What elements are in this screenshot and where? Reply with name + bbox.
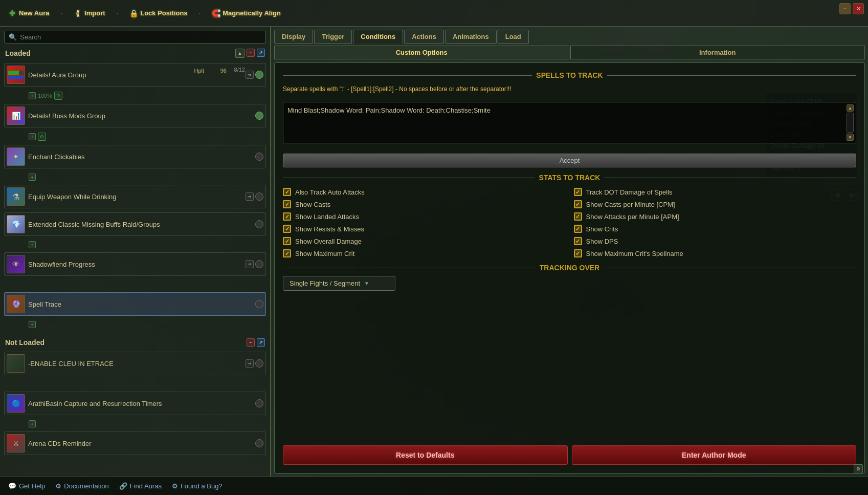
aura-copy-btn[interactable]: ⇒ bbox=[246, 71, 254, 79]
magnetically-align-button[interactable]: 🧲 Magnetically Align bbox=[209, 8, 284, 19]
scroll-track[interactable] bbox=[847, 113, 854, 133]
stat-dps[interactable]: Show DPS bbox=[574, 237, 857, 245]
stat-label: Also Track Auto Attacks bbox=[295, 188, 365, 196]
spell-textarea[interactable] bbox=[287, 106, 795, 137]
stat-overall[interactable]: Show Overall Damage bbox=[283, 237, 566, 245]
stat-show-casts[interactable]: Show Casts bbox=[283, 200, 566, 208]
add-child-btn[interactable]: + bbox=[29, 420, 36, 427]
aura-copy-btn[interactable]: ⇒ bbox=[246, 359, 254, 368]
checkbox-track-dot[interactable] bbox=[574, 188, 582, 196]
aura-toggle[interactable] bbox=[255, 71, 263, 79]
enter-author-mode-button[interactable]: Enter Author Mode bbox=[572, 445, 857, 465]
list-item[interactable]: 👁 Shadowfiend Progress ⇒ bbox=[4, 252, 266, 276]
loaded-scroll-up[interactable]: ▲ bbox=[235, 49, 244, 58]
checkbox-max-crit-spell[interactable] bbox=[574, 249, 582, 257]
aura-toggle[interactable] bbox=[255, 220, 263, 228]
checkbox-casts-pm[interactable] bbox=[574, 200, 582, 208]
add-child-btn[interactable]: + bbox=[29, 92, 36, 99]
checkbox-resists[interactable] bbox=[283, 225, 291, 233]
tab-display[interactable]: Display bbox=[274, 30, 313, 44]
stat-max-crit[interactable]: Show Maximum Crit bbox=[283, 249, 566, 257]
stat-track-dot[interactable]: Track DOT Damage of Spells bbox=[574, 188, 857, 196]
scroll-to-bottom[interactable]: ⚙ bbox=[854, 464, 863, 474]
tab-animations[interactable]: Animations bbox=[445, 30, 497, 44]
aura-toggle[interactable] bbox=[255, 192, 263, 201]
stat-crits[interactable]: Show Crits bbox=[574, 225, 857, 233]
loaded-maximize[interactable]: ↗ bbox=[257, 49, 265, 57]
tab-information[interactable]: Information bbox=[570, 46, 865, 59]
checkbox-crits[interactable] bbox=[574, 225, 582, 233]
reset-defaults-button[interactable]: Reset to Defaults bbox=[283, 445, 568, 465]
stat-label: Track DOT Damage of Spells bbox=[586, 188, 673, 196]
lock-positions-button[interactable]: 🔒 Lock Positions bbox=[126, 8, 190, 19]
aura-copy-btn[interactable]: ⇒ bbox=[246, 260, 254, 268]
list-item[interactable]: -ENABLE CLEU IN ETRACE ⇒ bbox=[4, 352, 266, 375]
aura-name: Enchant Clickables bbox=[28, 153, 252, 161]
list-item[interactable]: 💎 Extended Classic Missing Buffs Raid/Gr… bbox=[4, 212, 266, 236]
activate-btn[interactable]: ⊙ bbox=[38, 133, 46, 141]
add-child-btn[interactable]: + bbox=[29, 133, 36, 140]
add-child-btn[interactable]: + bbox=[29, 321, 36, 328]
list-item[interactable]: 🔵 ArathiBasin Capture and Resurrection T… bbox=[4, 392, 266, 415]
search-input[interactable] bbox=[20, 33, 261, 41]
find-auras-link[interactable]: 🔗 Find Auras bbox=[119, 482, 162, 490]
aura-name: Spell Trace bbox=[28, 300, 252, 308]
checkbox-show-casts[interactable] bbox=[283, 200, 291, 208]
list-item[interactable]: 🔮 Spell Trace bbox=[4, 292, 266, 316]
scroll-up-btn[interactable]: ▲ bbox=[847, 104, 854, 112]
loaded-minimize[interactable]: − bbox=[247, 49, 255, 57]
aura-toggle[interactable] bbox=[255, 300, 263, 308]
stat-casts-pm[interactable]: Show Casts per Minute [CPM] bbox=[574, 200, 857, 208]
checkbox-max-crit[interactable] bbox=[283, 249, 291, 257]
tab-conditions[interactable]: Conditions bbox=[353, 30, 403, 44]
add-child-btn[interactable]: + bbox=[29, 174, 36, 181]
checkbox-dps[interactable] bbox=[574, 237, 582, 245]
not-loaded-maximize[interactable]: ↗ bbox=[257, 338, 265, 347]
documentation-link[interactable]: ⚙ Documentation bbox=[55, 482, 108, 490]
scroll-btn[interactable]: ⚙ bbox=[854, 464, 863, 474]
aura-toggle[interactable] bbox=[255, 399, 263, 407]
close-button[interactable]: ✕ bbox=[853, 3, 864, 14]
list-item[interactable]: ✦ Enchant Clickables bbox=[4, 145, 266, 168]
checkbox-landed[interactable] bbox=[283, 212, 291, 221]
activate-btn[interactable]: ⊙ bbox=[54, 92, 62, 100]
checkbox-auto-attacks[interactable] bbox=[283, 188, 291, 196]
aura-toggle[interactable] bbox=[255, 359, 263, 368]
aura-toggle[interactable] bbox=[255, 153, 263, 161]
not-loaded-minimize[interactable]: − bbox=[247, 338, 255, 347]
tab-trigger[interactable]: Trigger bbox=[314, 30, 352, 44]
stat-landed[interactable]: Show Landed Attacks bbox=[283, 212, 566, 221]
spells-section-title: SPELLS TO TRACK bbox=[283, 71, 856, 79]
get-help-link[interactable]: 💬 Get Help bbox=[8, 482, 45, 490]
add-child-btn[interactable]: + bbox=[29, 241, 36, 248]
bottom-bar: 💬 Get Help ⚙ Documentation 🔗 Find Auras … bbox=[0, 477, 868, 495]
aura-name: Equip Weapon While Drinking bbox=[28, 193, 242, 201]
minimize-button[interactable]: − bbox=[839, 3, 851, 14]
stat-resists[interactable]: Show Resists & Misses bbox=[283, 225, 566, 233]
stat-apm[interactable]: Show Attacks per Minute [APM] bbox=[574, 212, 857, 221]
list-item[interactable]: Details! Aura Group ⇒ 8/12 Hplt 96 bbox=[4, 63, 266, 87]
tab-actions[interactable]: Actions bbox=[404, 30, 444, 44]
new-aura-button[interactable]: ✚ New Aura bbox=[5, 8, 52, 19]
aura-toggle[interactable] bbox=[255, 260, 263, 268]
accept-button[interactable]: Accept bbox=[283, 154, 856, 167]
tab-load[interactable]: Load bbox=[498, 30, 529, 44]
checkbox-apm[interactable] bbox=[574, 212, 582, 221]
tracking-dropdown[interactable]: Single Fights / Segment ▼ bbox=[283, 276, 395, 291]
stat-max-crit-spell[interactable]: Show Maximum Crit's Spellname bbox=[574, 249, 857, 257]
scroll-down-btn[interactable]: ▼ bbox=[847, 134, 854, 141]
list-item[interactable]: 📊 Details! Boss Mods Group bbox=[4, 104, 266, 127]
stats-grid: Also Track Auto Attacks Track DOT Damage… bbox=[283, 188, 856, 257]
magnet-icon: 🧲 bbox=[212, 9, 220, 17]
import-button[interactable]: ⟪ Import bbox=[71, 8, 108, 19]
aura-copy-btn[interactable]: ⇒ bbox=[246, 192, 254, 201]
lock-icon: 🔒 bbox=[129, 9, 138, 17]
checkbox-overall[interactable] bbox=[283, 237, 291, 245]
stat-auto-attacks[interactable]: Also Track Auto Attacks bbox=[283, 188, 566, 196]
aura-toggle[interactable] bbox=[255, 112, 263, 120]
aura-toggle[interactable] bbox=[255, 439, 263, 447]
list-item[interactable]: ⚔ Arena CDs Reminder bbox=[4, 432, 266, 455]
found-bug-link[interactable]: ⚙ Found a Bug? bbox=[172, 482, 222, 490]
list-item[interactable]: ⚗ Equip Weapon While Drinking ⇒ bbox=[4, 185, 266, 208]
tab-custom-options[interactable]: Custom Options bbox=[274, 46, 569, 59]
